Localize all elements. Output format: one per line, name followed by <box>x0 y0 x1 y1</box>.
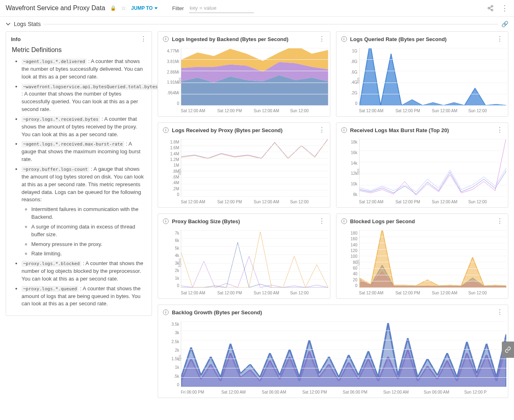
card-menu-icon[interactable]: ⋮ <box>319 36 325 42</box>
card-menu-icon[interactable]: ⋮ <box>497 218 503 224</box>
y-tick: 1.8M <box>170 140 179 144</box>
y-tick: 2k <box>175 268 179 273</box>
chart-title: Proxy Backlog Size (Bytes) <box>172 218 240 224</box>
y-tick: 40 <box>353 272 357 276</box>
chart-card-queried: iLogs Queried Rate (Bytes per Second)⋮1G… <box>336 31 509 117</box>
y-tick: 16k <box>351 150 357 155</box>
chart-card-received: iLogs Received by Proxy (Bytes per Secon… <box>158 122 330 208</box>
y-tick: 1.2M <box>170 157 179 162</box>
y-tick: .6G <box>351 70 357 74</box>
y-tick: 180 <box>351 231 358 235</box>
x-tick: Sun 12:00 AM <box>432 291 468 295</box>
y-tick: .4M <box>172 181 179 185</box>
svg-line-4 <box>490 9 492 10</box>
info-icon[interactable]: i <box>341 218 347 224</box>
card-menu-icon[interactable]: ⋮ <box>497 127 503 133</box>
x-tick: Sun 12:00 AM <box>254 200 290 204</box>
y-tick: 2.86Mi <box>167 70 179 74</box>
chart-plot[interactable] <box>359 230 507 288</box>
x-tick: Sat 12:00 PM <box>217 109 254 113</box>
metric-definition-item: ~proxy.logs.*.queued : A counter that sh… <box>22 285 146 308</box>
chart-plot[interactable] <box>181 48 328 106</box>
x-tick: Sat 12:00 PM <box>302 390 343 394</box>
y-tick: 1M <box>174 163 179 168</box>
info-icon[interactable]: i <box>341 127 347 133</box>
share-icon[interactable] <box>487 5 494 11</box>
chart-plot[interactable] <box>181 139 328 197</box>
metric-code: ~wavefront.logservice.api.bytesQueried.t… <box>22 84 159 90</box>
chart-title: Backlog Growth (Bytes per Second) <box>172 309 262 316</box>
y-tick: 4k <box>175 253 179 258</box>
star-icon[interactable]: ☆ <box>121 5 126 11</box>
y-tick: 0 <box>355 101 358 106</box>
x-tick: Sun 12:00 AM <box>383 390 424 394</box>
x-tick: Sat 12:00 AM <box>181 109 217 113</box>
card-menu-icon[interactable]: ⋮ <box>319 127 325 133</box>
jump-to-dropdown[interactable]: JUMP TO <box>131 5 158 11</box>
chart-card-burst: iReceived Logs Max Burst Rate (Top 20)⋮1… <box>336 122 509 208</box>
metric-code: ~agent.logs.*.delivered <box>22 59 87 65</box>
x-tick: Sat 06:00 PM <box>343 390 384 394</box>
y-tick: 1k <box>175 365 179 370</box>
chart-plot[interactable] <box>359 48 507 106</box>
chevron-down-icon <box>6 22 11 26</box>
x-tick: Sun 12:00 <box>290 200 327 204</box>
y-tick: 0 <box>177 101 179 106</box>
y-tick: 0 <box>355 283 358 288</box>
x-tick: Sun 12:00 <box>468 109 505 113</box>
metric-definition-list: ~agent.logs.*.delivered : A counter that… <box>12 58 146 308</box>
link-icon[interactable]: 🔗 <box>501 21 508 27</box>
chart-card-backlog: iProxy Backlog Size (Bytes)⋮7k6k5k4k3k2k… <box>158 213 330 299</box>
metric-sub-item: Rate limiting. <box>31 250 146 258</box>
y-tick: 5k <box>175 246 179 250</box>
card-menu-icon[interactable]: ⋮ <box>497 309 503 316</box>
x-tick: Sun 12:00 P <box>464 390 505 394</box>
y-tick: 120 <box>351 248 358 253</box>
info-icon[interactable]: i <box>341 36 347 42</box>
x-tick: Sat 12:00 AM <box>181 200 217 204</box>
x-tick: Sat 12:00 AM <box>181 291 217 295</box>
chart-plot[interactable] <box>359 139 507 197</box>
x-tick: Sat 12:00 AM <box>359 291 396 295</box>
metric-code: ~agent.logs.*.received.max-burst-rate <box>22 141 124 147</box>
info-icon[interactable]: i <box>163 218 169 224</box>
metric-code: ~proxy.logs.*.blocked <box>22 261 81 267</box>
x-tick: Sat 12:00 PM <box>217 291 254 295</box>
x-tick: Sat 12:00 PM <box>395 200 432 204</box>
card-menu-icon[interactable]: ⋮ <box>140 36 147 42</box>
y-tick: 140 <box>351 243 358 247</box>
info-icon[interactable]: i <box>163 127 169 133</box>
filter-input[interactable] <box>189 3 254 13</box>
info-heading: Metric Definitions <box>12 46 146 54</box>
chart-plot[interactable] <box>181 230 328 288</box>
card-menu-icon[interactable]: ⋮ <box>319 218 325 224</box>
chart-plot[interactable] <box>181 321 506 387</box>
floating-link-button[interactable] <box>502 342 514 358</box>
info-icon[interactable]: i <box>163 36 169 42</box>
info-icon[interactable]: i <box>163 309 169 315</box>
y-tick: .954Mi <box>167 91 179 95</box>
metric-definition-item: ~wavefront.logservice.api.bytesQueried.t… <box>22 83 146 113</box>
chart-card-growth: iBacklog Growth (Bytes per Second)⋮3.5k3… <box>158 305 508 398</box>
more-menu-icon[interactable]: ⋮ <box>501 4 508 13</box>
divider <box>44 24 498 24</box>
metric-definition-item: ~proxy.logs.*.received.bytes : A counter… <box>22 115 146 139</box>
x-tick: Sat 12:00 PM <box>217 200 254 204</box>
metric-definition-item: ~proxy.logs.*.blocked : A counter that s… <box>22 260 146 283</box>
x-tick: Sun 12:00 AM <box>432 200 468 204</box>
chart-title: Logs Ingested by Backend (Bytes per Seco… <box>172 36 288 42</box>
y-tick: .6M <box>172 175 179 179</box>
info-card: Info ⋮ Metric Definitions ~agent.logs.*.… <box>6 31 152 316</box>
filter-label: Filter <box>172 5 184 11</box>
section-header[interactable]: Logs Stats 🔗 <box>0 17 514 31</box>
y-tick: 160 <box>351 237 358 241</box>
section-title: Logs Stats <box>14 21 41 27</box>
card-menu-icon[interactable]: ⋮ <box>497 36 503 42</box>
x-tick: Sat 12:00 AM <box>359 200 396 204</box>
metric-code: ~proxy.logs.*.received.bytes <box>22 116 100 122</box>
y-tick: .5k <box>174 374 179 379</box>
y-tick: 7k <box>175 231 179 235</box>
y-tick: 100 <box>351 254 358 259</box>
metric-code: ~proxy.buffer.logs-count <box>22 166 89 172</box>
y-tick: 4.77Mi <box>167 49 179 53</box>
